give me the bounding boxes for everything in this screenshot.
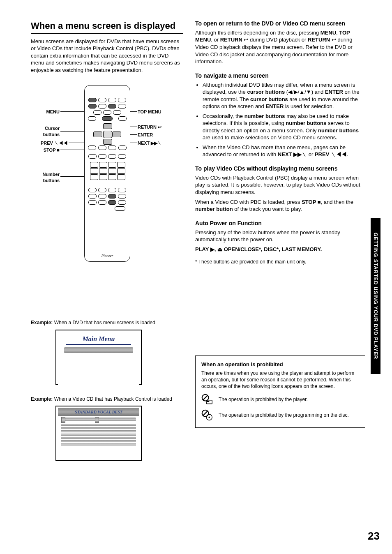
autopower-footnote: * These buttons are provided on the main…	[195, 259, 365, 265]
remote-diagram: MENU Cursor buttons PREV ﹨◀◀ STOP ■ Numb…	[31, 81, 183, 311]
section-navigate-head: To navigate a menu screen	[195, 72, 365, 80]
prohibited-disc-text: The operation is prohibited by the progr…	[219, 412, 349, 418]
section-play-vcd-p1: Video CDs with Playback Control (PBC) di…	[195, 174, 365, 196]
remote-body: Pioneer	[84, 85, 130, 262]
prohibited-player-text: The operation is prohibited by the playe…	[219, 396, 308, 403]
section-open-return-head: To open or return to the DVD or Video CD…	[195, 20, 365, 28]
callout-topmenu: TOP MENU	[138, 109, 161, 115]
callout-return: RETURN ↩	[138, 124, 161, 130]
prohibited-head: When an operation is prohibited	[201, 361, 359, 368]
prohibited-body: There are times when you are using the p…	[201, 370, 359, 390]
section-side-tab: GETTING STARTED USING YOUR DVD PLAYER	[371, 218, 380, 374]
section-autopower-head: Auto Power on Function	[195, 219, 365, 227]
dvd-menu-screenshot: Main Menu	[55, 330, 142, 385]
callout-enter: ENTER	[138, 132, 153, 138]
svg-point-7	[209, 417, 210, 418]
vcd-title: STANDARD VOCAL BEST	[58, 408, 139, 416]
prohibited-note-box: When an operation is prohibited There ar…	[195, 355, 365, 428]
svg-rect-3	[207, 401, 209, 402]
brand-label: Pioneer	[88, 253, 127, 258]
left-column: When a menu screen is displayed Menu scr…	[31, 20, 183, 461]
autopower-button-list: PLAY ▶, ⏏ OPEN/CLOSE*, DISC*, LAST MEMOR…	[195, 246, 365, 253]
main-menu-title: Main Menu	[66, 335, 131, 345]
callout-menu: MENU	[31, 109, 60, 115]
page-number: 23	[368, 529, 380, 543]
example-1-label: Example: When a DVD that has menu screen…	[31, 319, 183, 326]
prohibited-player-icon	[201, 394, 213, 405]
svg-line-1	[203, 396, 208, 400]
prohibited-disc-icon	[201, 409, 213, 421]
section-play-vcd-p2: When a Video CD with PBC is loaded, pres…	[195, 199, 365, 213]
svg-line-5	[203, 411, 208, 416]
callout-numbers: Number buttons	[31, 171, 60, 184]
callout-stop: STOP ■	[31, 147, 60, 153]
callout-next: NEXT ▶▶﹨	[138, 140, 162, 146]
intro-paragraph: Menu screens are displayed for DVDs that…	[31, 38, 183, 74]
right-column: To open or return to the DVD or Video CD…	[195, 20, 365, 461]
callout-prev: PREV ﹨◀◀	[31, 140, 68, 146]
callout-cursor: Cursor buttons	[31, 125, 60, 138]
navigate-bullets: Although individual DVD titles may diffe…	[195, 81, 365, 158]
section-heading: When a menu screen is displayed	[31, 20, 183, 34]
section-open-return-body: Although this differs depending on the d…	[195, 29, 365, 65]
example-2-label: Example: When a Video CD that has Playba…	[31, 396, 183, 402]
vcd-menu-screenshot: STANDARD VOCAL BEST	[55, 406, 142, 461]
section-play-vcd-head: To play Video CDs without displaying men…	[195, 165, 365, 173]
section-autopower-body: Pressing any of the below buttons when t…	[195, 229, 365, 243]
